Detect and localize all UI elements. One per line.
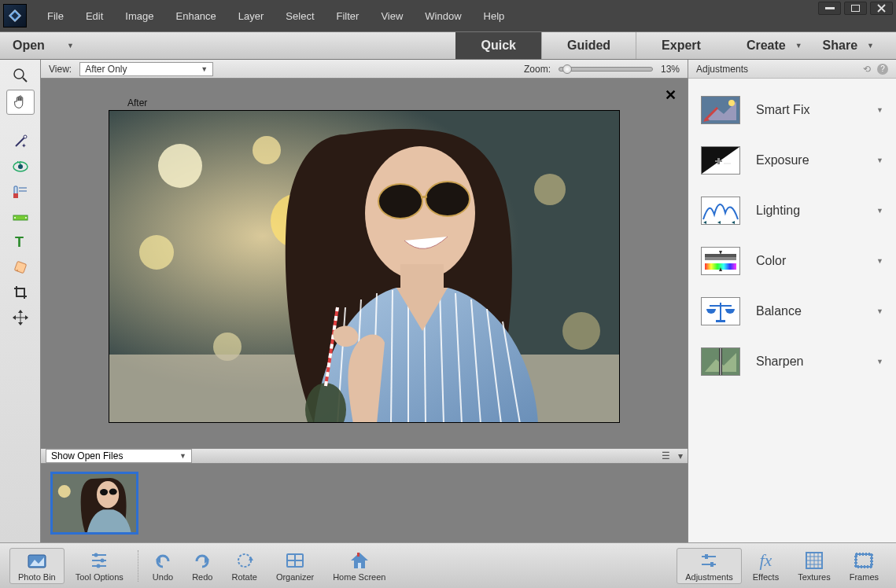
photo-canvas[interactable] [109, 110, 620, 423]
workspace-bar: Open ▼ Quick Guided Expert Create ▼ Shar… [0, 31, 896, 60]
taskbar-adjust-button[interactable]: Adjustments [677, 548, 742, 584]
menu-view[interactable]: View [370, 7, 414, 25]
bin-dropdown[interactable]: Show Open Files ▼ [46, 449, 192, 463]
menu-layer[interactable]: Layer [227, 7, 275, 25]
zoom-slider[interactable] [559, 67, 653, 72]
tab-guided[interactable]: Guided [541, 32, 636, 59]
home-icon [349, 550, 370, 571]
svg-rect-86 [716, 320, 725, 322]
hand-tool[interactable] [6, 90, 35, 115]
maximize-button[interactable] [844, 2, 867, 15]
close-button[interactable] [870, 2, 893, 15]
lighting-icon [701, 197, 740, 225]
svg-rect-120 [856, 554, 872, 567]
svg-rect-112 [710, 562, 713, 567]
svg-point-24 [17, 270, 18, 271]
view-dropdown[interactable]: After Only ▼ [79, 62, 213, 76]
reset-icon[interactable]: ⟲ [863, 64, 871, 75]
bin-collapse-icon[interactable]: ▾ [678, 450, 683, 461]
svg-rect-110 [705, 554, 708, 559]
menu-help[interactable]: Help [473, 7, 516, 25]
chevron-down-icon: ▼ [67, 42, 74, 50]
open-button[interactable]: Open ▼ [0, 32, 87, 59]
share-label: Share [823, 39, 857, 53]
adjustment-balance[interactable]: Balance▼ [688, 286, 896, 336]
adjustment-lighting[interactable]: Lighting▼ [688, 186, 896, 236]
redo-icon [192, 550, 212, 571]
svg-marker-30 [25, 315, 28, 320]
menu-enhance[interactable]: Enhance [165, 7, 227, 25]
adjustment-label: Sharpen [756, 355, 861, 369]
quick-select-tool[interactable]: ✦ [6, 130, 35, 153]
straighten-tool[interactable] [6, 206, 35, 228]
svg-marker-102 [249, 557, 253, 560]
taskbar-label: Redo [192, 572, 212, 582]
adjustment-color[interactable]: Color▼ [688, 236, 896, 286]
svg-point-35 [139, 235, 174, 270]
svg-text:T: T [15, 235, 24, 249]
spot-heal-tool[interactable] [6, 256, 35, 278]
menu-image[interactable]: Image [114, 7, 164, 25]
color-icon [701, 247, 740, 275]
help-icon[interactable]: ? [877, 64, 888, 75]
taskbar-home-button[interactable]: Home Screen [325, 549, 393, 583]
create-button[interactable]: Create ▼ [740, 39, 809, 53]
text-tool[interactable]: T [6, 231, 35, 253]
svg-point-42 [426, 182, 470, 216]
taskbar-redo-button[interactable]: Redo [184, 549, 220, 583]
svg-point-98 [97, 564, 101, 568]
taskbar-label: Rotate [231, 572, 256, 582]
taskbar-textures-button[interactable]: Textures [790, 548, 839, 584]
taskbar-organizer-button[interactable]: Organizer [268, 549, 322, 583]
svg-line-43 [421, 197, 427, 197]
menu-edit[interactable]: Edit [75, 7, 114, 25]
zoom-tool[interactable] [6, 64, 35, 86]
crop-tool[interactable] [6, 281, 35, 303]
taskbar-rotate-button[interactable]: Rotate [223, 549, 264, 583]
taskbar-label: Photo Bin [18, 572, 56, 582]
close-document-button[interactable]: ✕ [665, 86, 677, 104]
share-button[interactable]: Share ▼ [817, 39, 880, 53]
adjustment-exposure[interactable]: Exposure▼ [688, 135, 896, 186]
menu-select[interactable]: Select [275, 7, 325, 25]
tab-quick[interactable]: Quick [455, 32, 541, 59]
taskbar-label: Effects [753, 572, 779, 582]
taskbar-frames-button[interactable]: Frames [842, 548, 887, 584]
bin-dropdown-value: Show Open Files [51, 450, 123, 461]
taskbar-tool-options-button[interactable]: Tool Options [68, 548, 131, 584]
svg-rect-121 [856, 554, 872, 567]
svg-point-94 [94, 553, 98, 557]
svg-point-37 [562, 312, 600, 350]
move-tool[interactable] [6, 307, 35, 329]
adjustment-sharpen[interactable]: Sharpen▼ [688, 336, 896, 387]
organizer-icon [285, 550, 305, 571]
chevron-down-icon: ▼ [876, 106, 883, 114]
taskbar-photo-bin-button[interactable]: Photo Bin [9, 548, 65, 584]
redeye-tool[interactable] [6, 156, 35, 178]
tab-expert[interactable]: Expert [636, 32, 726, 59]
taskbar-label: Home Screen [333, 572, 385, 582]
chevron-down-icon: ▼ [795, 42, 802, 50]
svg-point-12 [18, 164, 23, 169]
tab-guided-label: Guided [567, 39, 610, 53]
adjustment-label: Exposure [756, 153, 861, 167]
whiten-tool[interactable] [6, 181, 35, 203]
svg-point-66 [728, 100, 735, 106]
svg-point-6 [14, 69, 24, 79]
menu-filter[interactable]: Filter [326, 7, 371, 25]
taskbar-fx-button[interactable]: fxEffects [745, 548, 787, 584]
photo-thumbnail[interactable] [50, 472, 138, 535]
menu-file[interactable]: File [36, 7, 75, 25]
tool-panel: ✦ T [0, 60, 41, 542]
svg-rect-72 [715, 160, 722, 162]
menu-window[interactable]: Window [414, 7, 472, 25]
svg-marker-27 [18, 310, 23, 313]
minimize-button[interactable] [818, 2, 841, 15]
bin-settings-icon[interactable]: ☰ [662, 450, 670, 461]
taskbar-undo-button[interactable]: Undo [145, 549, 181, 583]
adjustment-smartfix[interactable]: Smart Fix▼ [688, 85, 896, 135]
slider-thumb[interactable] [562, 64, 572, 74]
chevron-down-icon: ▼ [876, 156, 883, 164]
zoom-label: Zoom: [524, 64, 551, 75]
taskbar-label: Frames [850, 572, 879, 582]
